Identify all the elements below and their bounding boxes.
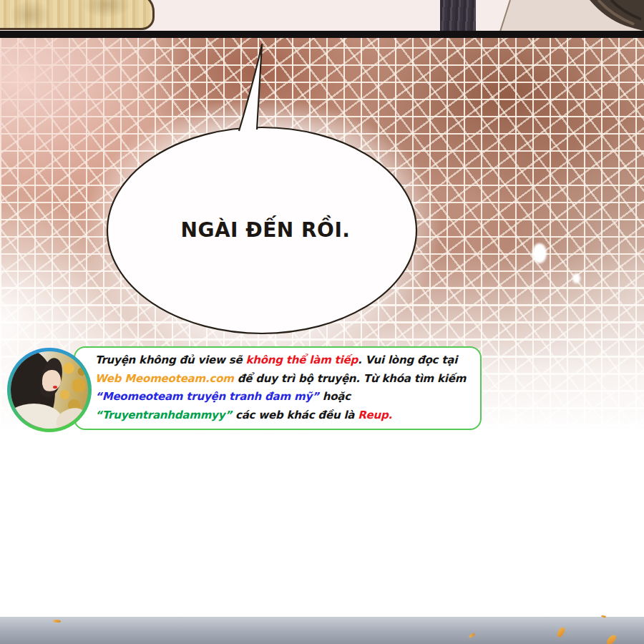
notice-segment: Reup. — [358, 409, 392, 421]
notice-line-1: Truyện không đủ view sẽ không thể làm ti… — [95, 351, 478, 370]
petal — [556, 626, 565, 638]
avatar — [7, 348, 92, 432]
speech-bubble-tail — [239, 44, 262, 131]
notice-segment: . Vui lòng đọc tại — [358, 353, 457, 366]
notice-segment: hoặc — [319, 390, 351, 403]
translator-notice-box: Truyện không đủ view sẽ không thể làm ti… — [74, 346, 482, 430]
next-panel-strip — [0, 617, 644, 644]
notice-segment-website: Web Meomeoteam.com — [95, 372, 234, 385]
petal — [53, 619, 61, 623]
notice-segment: không thể làm tiếp — [245, 353, 358, 366]
notice-line-4: “Truyentranhdammyy” các web khác đều là … — [95, 406, 478, 425]
notice-segment: các web khác đều là — [232, 409, 358, 421]
notice-line-3: “Meomeoteam truyện tranh đam mỹ” hoặc — [95, 388, 478, 406]
notice-segment: Truyện không đủ view sẽ — [95, 353, 245, 366]
avatar-photo — [11, 351, 88, 429]
notice-line-2: Web Meomeoteam.com để duy trì bộ truyện.… — [95, 370, 478, 389]
avatar-lips — [53, 386, 57, 389]
notice-text: Truyện không đủ view sẽ không thể làm ti… — [95, 351, 478, 424]
petal — [469, 633, 476, 638]
petal — [605, 633, 618, 644]
petal — [601, 615, 606, 618]
comic-page: NGÀI ĐẾN RỒI. Truyện không đủ view sẽ kh… — [0, 0, 644, 644]
notice-segment: để duy trì bộ truyện. Từ khóa tìm kiếm — [234, 372, 467, 385]
notice-segment-keyword: “Truyentranhdammyy” — [95, 409, 232, 421]
notice-segment-keyword: “Meomeoteam truyện tranh đam mỹ” — [95, 390, 319, 403]
bubble-text: NGÀI ĐẾN RỒI. — [181, 215, 351, 242]
